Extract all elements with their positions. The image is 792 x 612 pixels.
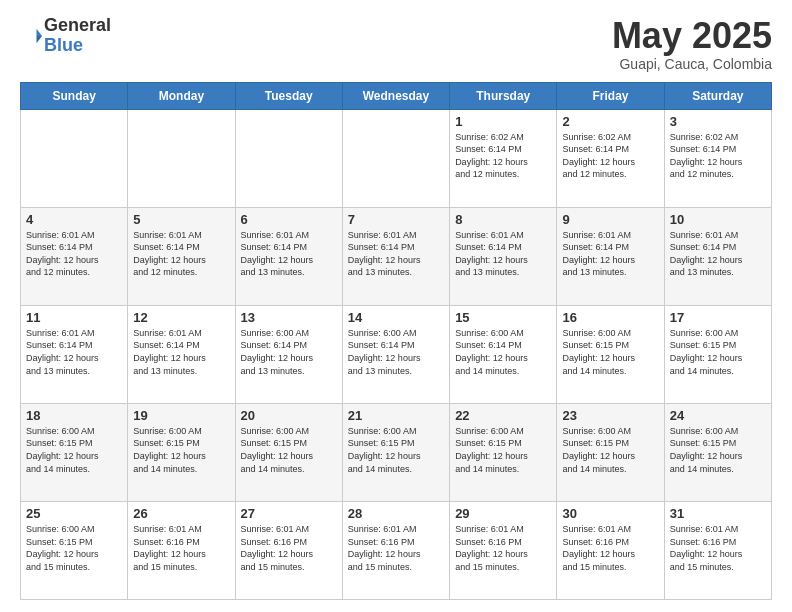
day-number: 19 bbox=[133, 408, 229, 423]
day-info: Sunrise: 6:02 AM Sunset: 6:14 PM Dayligh… bbox=[562, 131, 658, 181]
day-cell: 5Sunrise: 6:01 AM Sunset: 6:14 PM Daylig… bbox=[128, 207, 235, 305]
day-cell: 1Sunrise: 6:02 AM Sunset: 6:14 PM Daylig… bbox=[450, 109, 557, 207]
day-info: Sunrise: 6:01 AM Sunset: 6:16 PM Dayligh… bbox=[562, 523, 658, 573]
day-info: Sunrise: 6:00 AM Sunset: 6:15 PM Dayligh… bbox=[562, 425, 658, 475]
day-number: 25 bbox=[26, 506, 122, 521]
day-info: Sunrise: 6:00 AM Sunset: 6:15 PM Dayligh… bbox=[670, 425, 766, 475]
day-number: 22 bbox=[455, 408, 551, 423]
weekday-sunday: Sunday bbox=[21, 82, 128, 109]
day-number: 17 bbox=[670, 310, 766, 325]
day-cell: 27Sunrise: 6:01 AM Sunset: 6:16 PM Dayli… bbox=[235, 501, 342, 599]
day-number: 7 bbox=[348, 212, 444, 227]
day-number: 29 bbox=[455, 506, 551, 521]
day-info: Sunrise: 6:01 AM Sunset: 6:16 PM Dayligh… bbox=[670, 523, 766, 573]
day-cell: 13Sunrise: 6:00 AM Sunset: 6:14 PM Dayli… bbox=[235, 305, 342, 403]
day-cell: 29Sunrise: 6:01 AM Sunset: 6:16 PM Dayli… bbox=[450, 501, 557, 599]
day-number: 14 bbox=[348, 310, 444, 325]
day-number: 15 bbox=[455, 310, 551, 325]
day-info: Sunrise: 6:01 AM Sunset: 6:14 PM Dayligh… bbox=[241, 229, 337, 279]
day-info: Sunrise: 6:01 AM Sunset: 6:14 PM Dayligh… bbox=[455, 229, 551, 279]
day-info: Sunrise: 6:00 AM Sunset: 6:15 PM Dayligh… bbox=[133, 425, 229, 475]
day-info: Sunrise: 6:00 AM Sunset: 6:15 PM Dayligh… bbox=[670, 327, 766, 377]
day-number: 18 bbox=[26, 408, 122, 423]
day-number: 27 bbox=[241, 506, 337, 521]
day-info: Sunrise: 6:01 AM Sunset: 6:14 PM Dayligh… bbox=[26, 229, 122, 279]
day-cell bbox=[342, 109, 449, 207]
day-cell: 12Sunrise: 6:01 AM Sunset: 6:14 PM Dayli… bbox=[128, 305, 235, 403]
day-info: Sunrise: 6:00 AM Sunset: 6:15 PM Dayligh… bbox=[26, 425, 122, 475]
month-title: May 2025 bbox=[612, 16, 772, 56]
day-number: 11 bbox=[26, 310, 122, 325]
day-number: 26 bbox=[133, 506, 229, 521]
weekday-tuesday: Tuesday bbox=[235, 82, 342, 109]
day-cell: 28Sunrise: 6:01 AM Sunset: 6:16 PM Dayli… bbox=[342, 501, 449, 599]
day-info: Sunrise: 6:01 AM Sunset: 6:16 PM Dayligh… bbox=[241, 523, 337, 573]
week-row-2: 4Sunrise: 6:01 AM Sunset: 6:14 PM Daylig… bbox=[21, 207, 772, 305]
day-cell: 10Sunrise: 6:01 AM Sunset: 6:14 PM Dayli… bbox=[664, 207, 771, 305]
day-cell: 6Sunrise: 6:01 AM Sunset: 6:14 PM Daylig… bbox=[235, 207, 342, 305]
day-cell: 2Sunrise: 6:02 AM Sunset: 6:14 PM Daylig… bbox=[557, 109, 664, 207]
day-info: Sunrise: 6:02 AM Sunset: 6:14 PM Dayligh… bbox=[670, 131, 766, 181]
day-cell: 31Sunrise: 6:01 AM Sunset: 6:16 PM Dayli… bbox=[664, 501, 771, 599]
calendar-body: 1Sunrise: 6:02 AM Sunset: 6:14 PM Daylig… bbox=[21, 109, 772, 599]
weekday-monday: Monday bbox=[128, 82, 235, 109]
day-cell: 4Sunrise: 6:01 AM Sunset: 6:14 PM Daylig… bbox=[21, 207, 128, 305]
day-cell: 21Sunrise: 6:00 AM Sunset: 6:15 PM Dayli… bbox=[342, 403, 449, 501]
day-info: Sunrise: 6:02 AM Sunset: 6:14 PM Dayligh… bbox=[455, 131, 551, 181]
day-cell: 15Sunrise: 6:00 AM Sunset: 6:14 PM Dayli… bbox=[450, 305, 557, 403]
day-cell bbox=[21, 109, 128, 207]
calendar-table: SundayMondayTuesdayWednesdayThursdayFrid… bbox=[20, 82, 772, 600]
day-number: 28 bbox=[348, 506, 444, 521]
day-number: 1 bbox=[455, 114, 551, 129]
day-info: Sunrise: 6:01 AM Sunset: 6:14 PM Dayligh… bbox=[133, 229, 229, 279]
day-number: 24 bbox=[670, 408, 766, 423]
week-row-4: 18Sunrise: 6:00 AM Sunset: 6:15 PM Dayli… bbox=[21, 403, 772, 501]
day-number: 3 bbox=[670, 114, 766, 129]
day-info: Sunrise: 6:01 AM Sunset: 6:14 PM Dayligh… bbox=[348, 229, 444, 279]
day-info: Sunrise: 6:01 AM Sunset: 6:14 PM Dayligh… bbox=[133, 327, 229, 377]
day-cell: 20Sunrise: 6:00 AM Sunset: 6:15 PM Dayli… bbox=[235, 403, 342, 501]
header: General Blue May 2025 Guapi, Cauca, Colo… bbox=[20, 16, 772, 72]
weekday-friday: Friday bbox=[557, 82, 664, 109]
day-cell bbox=[235, 109, 342, 207]
page: General Blue May 2025 Guapi, Cauca, Colo… bbox=[0, 0, 792, 612]
day-cell: 17Sunrise: 6:00 AM Sunset: 6:15 PM Dayli… bbox=[664, 305, 771, 403]
day-info: Sunrise: 6:00 AM Sunset: 6:15 PM Dayligh… bbox=[562, 327, 658, 377]
logo-general: General bbox=[44, 15, 111, 35]
day-number: 9 bbox=[562, 212, 658, 227]
day-number: 12 bbox=[133, 310, 229, 325]
day-number: 20 bbox=[241, 408, 337, 423]
day-cell bbox=[128, 109, 235, 207]
day-number: 23 bbox=[562, 408, 658, 423]
day-cell: 22Sunrise: 6:00 AM Sunset: 6:15 PM Dayli… bbox=[450, 403, 557, 501]
weekday-thursday: Thursday bbox=[450, 82, 557, 109]
day-info: Sunrise: 6:00 AM Sunset: 6:15 PM Dayligh… bbox=[455, 425, 551, 475]
day-cell: 25Sunrise: 6:00 AM Sunset: 6:15 PM Dayli… bbox=[21, 501, 128, 599]
day-cell: 7Sunrise: 6:01 AM Sunset: 6:14 PM Daylig… bbox=[342, 207, 449, 305]
day-cell: 9Sunrise: 6:01 AM Sunset: 6:14 PM Daylig… bbox=[557, 207, 664, 305]
day-cell: 3Sunrise: 6:02 AM Sunset: 6:14 PM Daylig… bbox=[664, 109, 771, 207]
day-number: 4 bbox=[26, 212, 122, 227]
day-cell: 30Sunrise: 6:01 AM Sunset: 6:16 PM Dayli… bbox=[557, 501, 664, 599]
day-info: Sunrise: 6:00 AM Sunset: 6:15 PM Dayligh… bbox=[26, 523, 122, 573]
day-info: Sunrise: 6:00 AM Sunset: 6:14 PM Dayligh… bbox=[348, 327, 444, 377]
week-row-1: 1Sunrise: 6:02 AM Sunset: 6:14 PM Daylig… bbox=[21, 109, 772, 207]
day-info: Sunrise: 6:01 AM Sunset: 6:14 PM Dayligh… bbox=[26, 327, 122, 377]
day-number: 2 bbox=[562, 114, 658, 129]
day-cell: 16Sunrise: 6:00 AM Sunset: 6:15 PM Dayli… bbox=[557, 305, 664, 403]
day-cell: 8Sunrise: 6:01 AM Sunset: 6:14 PM Daylig… bbox=[450, 207, 557, 305]
day-cell: 23Sunrise: 6:00 AM Sunset: 6:15 PM Dayli… bbox=[557, 403, 664, 501]
day-info: Sunrise: 6:00 AM Sunset: 6:15 PM Dayligh… bbox=[348, 425, 444, 475]
logo-blue: Blue bbox=[44, 35, 83, 55]
day-info: Sunrise: 6:00 AM Sunset: 6:14 PM Dayligh… bbox=[455, 327, 551, 377]
day-cell: 24Sunrise: 6:00 AM Sunset: 6:15 PM Dayli… bbox=[664, 403, 771, 501]
day-info: Sunrise: 6:01 AM Sunset: 6:14 PM Dayligh… bbox=[562, 229, 658, 279]
day-info: Sunrise: 6:00 AM Sunset: 6:15 PM Dayligh… bbox=[241, 425, 337, 475]
svg-marker-0 bbox=[37, 28, 43, 35]
logo-icon bbox=[20, 25, 42, 47]
day-cell: 11Sunrise: 6:01 AM Sunset: 6:14 PM Dayli… bbox=[21, 305, 128, 403]
location-subtitle: Guapi, Cauca, Colombia bbox=[612, 56, 772, 72]
week-row-5: 25Sunrise: 6:00 AM Sunset: 6:15 PM Dayli… bbox=[21, 501, 772, 599]
day-info: Sunrise: 6:01 AM Sunset: 6:14 PM Dayligh… bbox=[670, 229, 766, 279]
day-number: 6 bbox=[241, 212, 337, 227]
